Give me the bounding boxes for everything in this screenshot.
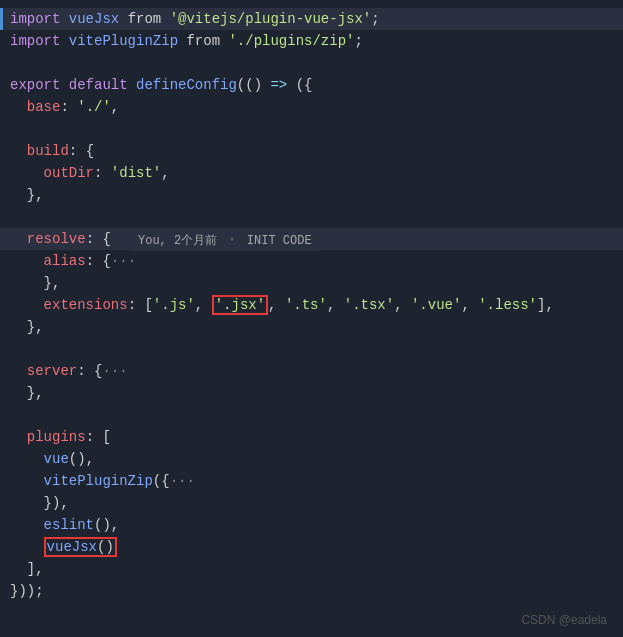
indent2	[10, 297, 44, 313]
semi-1: ;	[371, 11, 379, 27]
zip-close: }),	[44, 495, 69, 511]
ext-vue: '.vue'	[411, 297, 461, 313]
code-line-19	[0, 404, 623, 426]
prop-plugins: plugins	[27, 429, 86, 445]
indent	[10, 99, 27, 115]
colon-3: :	[94, 165, 111, 181]
brace-close-alias: },	[44, 275, 61, 291]
brace-close-resolve: },	[27, 319, 44, 335]
code-editor: import vueJsx from '@vitejs/plugin-vue-j…	[0, 0, 623, 637]
code-line-13: },	[0, 272, 623, 294]
func-eslint: eslint	[44, 517, 94, 533]
tooltip-author: You, 2个月前	[138, 234, 217, 248]
comma-2: ,	[161, 165, 169, 181]
from-keyword: from	[128, 11, 170, 27]
prop-alias: alias	[44, 253, 86, 269]
code-line-17: server: {···	[0, 360, 623, 382]
code-line-12: alias: {···	[0, 250, 623, 272]
keyword-export: export	[10, 77, 69, 93]
indent	[10, 319, 27, 335]
brace-open: ({	[287, 77, 312, 93]
indent	[10, 187, 27, 203]
bracket-close-plugins: ],	[27, 561, 44, 577]
keyword-default: default	[69, 77, 136, 93]
colon-6: : [	[128, 297, 153, 313]
indent2	[10, 517, 44, 533]
code-line-2: import vitePluginZip from './plugins/zip…	[0, 30, 623, 52]
indent2	[10, 451, 44, 467]
code-line-27: }));	[0, 580, 623, 602]
zip-paren: ({	[153, 473, 170, 489]
code-line-15: },	[0, 316, 623, 338]
code-line-9: },	[0, 184, 623, 206]
brace-close-server: },	[27, 385, 44, 401]
brace-close-build: },	[27, 187, 44, 203]
vuejsx-parens: ()	[97, 539, 114, 555]
prop-outdir: outDir	[44, 165, 94, 181]
indent	[10, 561, 27, 577]
alias-ellipsis: ···	[111, 253, 136, 269]
prop-server: server	[27, 363, 77, 379]
func-vitepluginzip: vitePluginZip	[44, 473, 153, 489]
tooltip-label: INIT CODE	[247, 234, 312, 248]
code-line-18: },	[0, 382, 623, 404]
colon-5: : {	[86, 253, 111, 269]
indent2	[10, 539, 44, 555]
from-keyword2: from	[186, 33, 228, 49]
indent	[10, 231, 27, 247]
vuejsx-box: vueJsx()	[44, 537, 117, 557]
code-line-7: build: {	[0, 140, 623, 162]
indent	[10, 143, 27, 159]
func-defineconfig: defineConfig	[136, 77, 237, 93]
code-line-5: base: './',	[0, 96, 623, 118]
code-line-8: outDir: 'dist',	[0, 162, 623, 184]
code-line-11: resolve: { You, 2个月前 • INIT CODE	[0, 228, 623, 250]
ext-tsx: '.tsx'	[344, 297, 394, 313]
indent2	[10, 473, 44, 489]
indent2	[10, 253, 44, 269]
code-line-4: export default defineConfig(() => ({	[0, 74, 623, 96]
indent	[10, 385, 27, 401]
prop-base: base	[27, 99, 61, 115]
arrow: =>	[270, 77, 287, 93]
comma-1: ,	[111, 99, 119, 115]
config-close: }));	[10, 583, 44, 599]
git-tooltip: You, 2个月前 • INIT CODE	[130, 230, 320, 251]
string-dist: 'dist'	[111, 165, 161, 181]
semi-2: ;	[354, 33, 362, 49]
code-line-23: }),	[0, 492, 623, 514]
code-line-14: extensions: ['.js', '.jsx', '.ts', '.tsx…	[0, 294, 623, 316]
prop-build: build	[27, 143, 69, 159]
code-line-6	[0, 118, 623, 140]
tooltip-dot: •	[228, 234, 242, 248]
code-line-10	[0, 206, 623, 228]
code-line-24: eslint(),	[0, 514, 623, 536]
string-base: './'	[77, 99, 111, 115]
vue-parens: (),	[69, 451, 94, 467]
indent	[10, 363, 27, 379]
code-line-26: ],	[0, 558, 623, 580]
prop-extensions: extensions	[44, 297, 128, 313]
indent2	[10, 165, 44, 181]
var-vitepluginzip: vitePluginZip	[69, 33, 187, 49]
colon-4: : {	[86, 231, 111, 247]
paren-open: (()	[237, 77, 271, 93]
indent2	[10, 495, 44, 511]
code-line-20: plugins: [	[0, 426, 623, 448]
ext-jsx: '.jsx'	[215, 297, 265, 313]
colon-8: : [	[86, 429, 111, 445]
code-line-22: vitePluginZip({···	[0, 470, 623, 492]
indent2	[10, 275, 44, 291]
var-vuejsx: vueJsx	[69, 11, 128, 27]
string-vitejs: '@vitejs/plugin-vue-jsx'	[170, 11, 372, 27]
watermark: CSDN @eadela	[521, 613, 607, 627]
string-zip: './plugins/zip'	[228, 33, 354, 49]
zip-ellipsis: ···	[170, 473, 195, 489]
colon-1: :	[60, 99, 77, 115]
keyword-import2: import	[10, 33, 69, 49]
func-vue: vue	[44, 451, 69, 467]
prop-resolve: resolve	[27, 231, 86, 247]
code-line-16	[0, 338, 623, 360]
colon-7: : {	[77, 363, 102, 379]
keyword-import: import	[10, 11, 69, 27]
